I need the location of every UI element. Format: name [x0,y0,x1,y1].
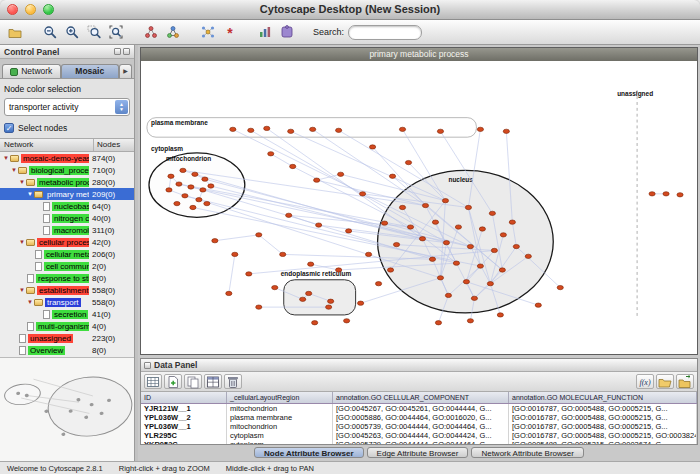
network-edge[interactable] [313,129,426,205]
network-node[interactable] [365,252,371,256]
tree-node-label[interactable]: cellular metabol... [44,250,89,259]
network-node[interactable] [280,252,286,256]
table-cell[interactable]: mitochondrion [227,422,333,431]
network-node[interactable] [513,244,519,248]
network-node[interactable] [310,127,316,131]
tree-row[interactable]: nucleobase...64(0) [0,200,134,212]
network-node[interactable] [535,303,541,307]
tree-node-label[interactable]: response to stimul... [36,274,89,283]
tree-node-label[interactable]: establishment of lo... [37,286,89,295]
network-node[interactable] [479,227,485,231]
tree-node-label[interactable]: primary metab [45,190,89,199]
network-node[interactable] [663,192,669,196]
column-header[interactable]: ID [141,392,227,403]
node-color-dropdown[interactable]: transporter activity ▲▼ [4,98,130,116]
tree-node-label[interactable]: cellular process [37,238,89,247]
network-node[interactable] [471,296,477,300]
table-cell[interactable]: [GO:0045267, GO:0045261, GO:0044444, G..… [333,404,509,413]
tab-node-attribute-browser[interactable]: Node Attribute Browser [254,447,364,458]
network-node[interactable] [489,211,495,215]
table-cell[interactable]: YKR052C [141,440,227,444]
table-cell[interactable]: YLR295C [141,431,227,440]
tree-row[interactable]: Overview8(0) [0,344,134,356]
network-edge[interactable] [259,235,283,255]
network-node[interactable] [358,301,364,305]
table-cell[interactable]: [GO:0045263, GO:0044444, GO:0044424, G..… [333,431,509,440]
network-node[interactable] [290,164,296,168]
tree-node-label[interactable]: macromolecule... [52,226,89,235]
tree-row[interactable]: secretion41(0) [0,308,134,320]
network-node[interactable] [336,128,342,132]
float-data-panel-icon[interactable] [144,362,151,369]
network-node[interactable] [256,233,262,237]
network-node[interactable] [248,128,254,132]
table-row[interactable]: YJR121W__1mitochondrion[GO:0045267, GO:0… [141,404,697,413]
table-row[interactable]: YPL036W__2plasma membrane[GO:0005886, GO… [141,413,697,422]
network-node[interactable] [432,220,438,224]
tab-overflow-icon[interactable]: ▶ [119,64,132,78]
network-node[interactable] [465,205,471,209]
network-node[interactable] [422,203,428,207]
delete-attribute-icon[interactable] [224,374,242,389]
tree-row[interactable]: ▼mosaic-demo-yeast874(0) [0,152,134,164]
network-node[interactable] [336,268,342,272]
network-node[interactable] [429,257,435,261]
network-edge[interactable] [215,235,259,241]
zoom-selected-icon[interactable] [84,23,104,42]
table-cell[interactable]: [GO:0005488, GO:0005215, GO:0003674, G..… [509,440,697,444]
network-node[interactable] [419,237,425,241]
tree-row[interactable]: ▼establishment of lo...558(0) [0,284,134,296]
network-edge[interactable] [271,154,293,167]
network-node[interactable] [180,168,186,172]
tree-row[interactable]: multi-organism pro...4(0) [0,320,134,332]
network-node[interactable] [389,174,395,178]
network-node[interactable] [399,205,405,209]
expander-icon[interactable]: ▼ [26,188,34,200]
first-neighbors-icon[interactable] [198,23,218,42]
table-cell[interactable]: mitochondrion [227,404,333,413]
network-node[interactable] [677,193,683,197]
network-node[interactable] [443,241,449,245]
table-cell[interactable]: [GO:0005739, GO:0044444, GO:0044464, G..… [333,422,509,431]
network-node[interactable] [487,282,493,286]
network-node[interactable] [326,305,332,309]
tree-node-label[interactable]: cell communicat... [44,262,89,271]
network-node[interactable] [204,201,210,205]
network-node[interactable] [316,223,322,227]
network-node[interactable] [264,126,270,130]
zoom-out-icon[interactable] [40,23,60,42]
network-node[interactable] [256,305,262,309]
table-cell[interactable]: [GO:0016787, GO:0005488, GO:0005215, G..… [509,422,697,431]
network-node[interactable] [212,239,218,243]
table-cell[interactable]: YPL036W__2 [141,413,227,422]
table-cell[interactable]: [GO:0005739, GO:0044444, GO:0044464, G..… [333,440,509,444]
table-row[interactable]: YLR295Ccytoplasm[GO:0045263, GO:0044444,… [141,431,697,440]
network-node[interactable] [312,321,318,325]
float-panel-icon[interactable] [114,48,121,55]
network-node[interactable] [437,276,443,280]
table-row[interactable]: YPL036W__1mitochondrion[GO:0005739, GO:0… [141,422,697,431]
tree-row[interactable]: ▼transport558(0) [0,296,134,308]
network-node[interactable] [286,213,292,217]
network-node[interactable] [328,299,334,303]
network-node[interactable] [190,205,196,209]
network-node[interactable] [182,194,188,198]
network-node[interactable] [346,229,352,233]
hide-selected-icon[interactable] [141,23,161,42]
import-attributes-icon[interactable] [656,374,674,389]
network-node[interactable] [500,233,506,237]
network-node[interactable] [509,220,515,224]
network-overview-thumbnail[interactable] [0,357,134,461]
network-node[interactable] [176,182,182,186]
network-node[interactable] [369,145,375,149]
network-node[interactable] [499,268,505,272]
select-attributes-icon[interactable] [144,374,162,389]
attribute-matrix-icon[interactable] [204,374,222,389]
table-cell[interactable]: cytoplasm [227,431,333,440]
network-node[interactable] [387,268,393,272]
network-node[interactable] [445,293,451,297]
create-attribute-icon[interactable] [164,374,182,389]
column-header-nodes[interactable]: Nodes [94,139,134,151]
expander-icon[interactable]: ▼ [18,236,26,248]
network-node[interactable] [497,313,503,317]
